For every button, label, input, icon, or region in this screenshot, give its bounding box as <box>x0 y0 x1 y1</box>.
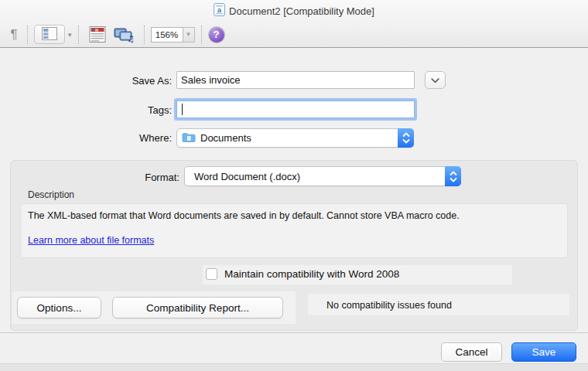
sidebar-view-button[interactable] <box>34 25 65 44</box>
titlebar[interactable]: a Document2 [Compatibility Mode] <box>0 0 588 22</box>
tags-label: Tags: <box>0 104 172 116</box>
compatibility-report-button[interactable]: Compatibility Report... <box>112 297 283 318</box>
tags-input[interactable] <box>176 100 415 118</box>
toolbar-separator <box>144 26 145 44</box>
maintain-compatibility-label: Maintain compatibility with Word 2008 <box>224 268 399 280</box>
format-label: Format: <box>0 172 179 183</box>
chevron-down-icon <box>431 74 439 86</box>
show-formatting-marks-icon[interactable]: ¶ <box>7 27 21 43</box>
toolbar-separator <box>27 26 28 44</box>
footer-divider <box>0 332 588 333</box>
zoom-level-field[interactable]: 156% <box>151 27 183 43</box>
documents-folder-icon <box>182 131 196 145</box>
description-heading: Description <box>28 189 74 200</box>
svg-text:a: a <box>217 5 222 13</box>
svg-text:♫: ♫ <box>127 34 134 43</box>
toolbar-separator <box>78 26 79 44</box>
save-as-label: Save As: <box>0 75 172 87</box>
toolbar: ¶ ▾ <box>0 22 588 48</box>
expand-dialog-button[interactable] <box>425 71 446 89</box>
where-popup[interactable]: Documents <box>176 128 414 148</box>
window-bottom-edge <box>0 363 588 371</box>
sidebar-dropdown-arrow[interactable]: ▾ <box>68 31 72 39</box>
media-browser-icon[interactable]: ♫ <box>114 26 134 43</box>
where-popup-value: Documents <box>200 132 251 144</box>
toolbar-separator <box>201 26 202 44</box>
cancel-button[interactable]: Cancel <box>441 342 502 362</box>
format-popup-value: Word Document (.docx) <box>194 171 300 182</box>
compatibility-status-text: No compatibility issues found <box>326 300 452 311</box>
maintain-compatibility-checkbox[interactable] <box>206 268 217 280</box>
save-as-input[interactable] <box>176 71 415 89</box>
window-title: Document2 [Compatibility Mode] <box>229 5 374 17</box>
help-button[interactable]: ? <box>208 26 225 43</box>
save-button[interactable]: Save <box>511 342 576 362</box>
zoom-dropdown-button[interactable]: ▼ <box>183 27 195 43</box>
save-dialog-window: a Document2 [Compatibility Mode] ¶ ▾ <box>0 0 588 371</box>
text-caret <box>182 104 183 115</box>
publishing-layout-icon[interactable] <box>89 26 106 43</box>
description-text: The XML-based format that Word documents… <box>28 210 562 221</box>
where-popup-stepper-icon <box>398 128 414 148</box>
where-label: Where: <box>0 132 172 144</box>
word-document-icon: a <box>214 3 225 19</box>
options-button[interactable]: Options... <box>17 297 101 318</box>
learn-more-link[interactable]: Learn more about file formats <box>28 235 154 246</box>
format-popup[interactable]: Word Document (.docx) <box>184 166 461 186</box>
sidebar-icon <box>42 27 57 43</box>
format-popup-stepper-icon <box>445 166 461 186</box>
